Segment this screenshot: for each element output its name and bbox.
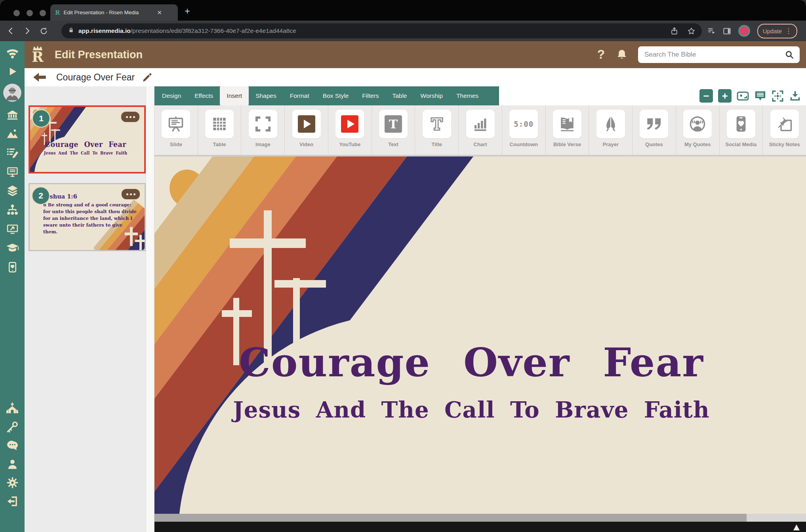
slide-thumbnail-1[interactable]: Courage Over Fear Jesus And The Call To …: [29, 105, 146, 174]
insert-table-button[interactable]: Table: [198, 105, 241, 155]
back-nav-icon[interactable]: [6, 27, 15, 35]
sidebar-item-education[interactable]: [6, 242, 19, 255]
search-input[interactable]: [644, 50, 785, 59]
insert-video-button[interactable]: Video: [284, 105, 328, 155]
triangle-up-icon[interactable]: [793, 524, 800, 530]
url-text[interactable]: app.risenmedia.io/presentations/edit/3f8…: [78, 27, 296, 34]
sidebar-item-messages[interactable]: [6, 439, 19, 452]
presentation-title: Courage Over Fear: [56, 72, 135, 83]
download-button[interactable]: [789, 90, 801, 102]
insert-countdown-button[interactable]: 5:00Countdown: [502, 105, 545, 155]
insert-chart-button[interactable]: Chart: [458, 105, 502, 155]
close-window-icon[interactable]: [13, 10, 20, 16]
address-bar[interactable]: app.risenmedia.io/presentations/edit/3f8…: [61, 23, 702, 38]
new-tab-button[interactable]: +: [185, 6, 190, 17]
tab-insert[interactable]: Insert: [220, 86, 249, 105]
app-header: R Edit Presentation ?: [25, 41, 806, 68]
zoom-out-button[interactable]: −: [699, 89, 713, 103]
panel-scrollbar[interactable]: [146, 86, 154, 532]
zoom-in-button[interactable]: +: [718, 89, 732, 103]
bible-search[interactable]: [638, 46, 800, 63]
insert-bible-verse-button[interactable]: Bible Verse: [545, 105, 589, 155]
back-arrow-icon[interactable]: [32, 70, 47, 84]
tab-effects[interactable]: Effects: [188, 86, 220, 105]
sidebar-item-layers[interactable]: [6, 185, 19, 197]
reading-list-icon[interactable]: [707, 27, 716, 35]
sidebar-item-giving[interactable]: [7, 261, 18, 273]
help-icon[interactable]: ?: [597, 48, 605, 62]
insert-label: Quotes: [645, 141, 663, 147]
horizontal-scrollbar[interactable]: [154, 514, 806, 522]
quotes-icon: [640, 110, 668, 138]
insert-label: Sticky Notes: [769, 141, 800, 147]
forward-nav-icon[interactable]: [23, 27, 32, 35]
reload-icon[interactable]: [40, 27, 48, 35]
sidebar-bottom: [6, 402, 19, 532]
sidebar-item-access[interactable]: [6, 421, 19, 433]
insert-social-media-button[interactable]: Social Media: [719, 105, 763, 155]
minimize-window-icon[interactable]: [27, 10, 33, 16]
slide-menu-button[interactable]: [120, 111, 140, 123]
pushpin-note-icon: [770, 110, 799, 138]
tab-themes[interactable]: Themes: [450, 86, 485, 105]
wifi-icon: [6, 46, 19, 59]
insert-title-button[interactable]: Title: [415, 105, 458, 155]
slide-menu-button[interactable]: [121, 188, 141, 200]
insert-image-button[interactable]: Image: [241, 105, 284, 155]
insert-quotes-button[interactable]: Quotes: [632, 105, 676, 155]
magnifier-icon[interactable]: [785, 50, 794, 59]
app-sidebar: [0, 41, 25, 532]
update-button[interactable]: Update ⋮: [757, 24, 797, 38]
slide-thumbnail-2[interactable]: Joshua 1:6 6 Be strong and of a good cou…: [29, 183, 146, 251]
insert-sticky-notes-button[interactable]: Sticky Notes: [762, 105, 806, 155]
tab-table[interactable]: Table: [385, 86, 413, 105]
scrollbar-thumb[interactable]: [154, 514, 747, 522]
insert-youtube-button[interactable]: YouTube: [328, 105, 372, 155]
sidebar-item-screen-share[interactable]: [6, 223, 19, 235]
sidebar-item-church[interactable]: [6, 402, 19, 414]
side-panel-icon[interactable]: [723, 27, 731, 35]
canvas-slide[interactable]: Courage Over Fear Jesus And The Call To …: [154, 156, 806, 514]
bookmark-star-icon[interactable]: [687, 27, 695, 35]
tab-design[interactable]: Design: [155, 86, 188, 105]
tab-format[interactable]: Format: [283, 86, 316, 105]
browser-tab-strip: R Edit Presentation - Risen Media ✕ +: [0, 0, 806, 21]
sidebar-item-settings[interactable]: [6, 477, 19, 489]
insert-my-quotes-button[interactable]: My Quotes: [676, 105, 719, 155]
sidebar-item-screens[interactable]: [6, 166, 19, 178]
share-icon[interactable]: [670, 27, 678, 35]
tab-worship[interactable]: Worship: [414, 86, 450, 105]
tab-box-style[interactable]: Box Style: [316, 86, 355, 105]
insert-text-button[interactable]: TText: [372, 105, 415, 155]
sidebar-item-account[interactable]: [6, 458, 19, 470]
insert-slide-button[interactable]: Slide: [154, 105, 198, 155]
sidebar-item-sign-out[interactable]: [6, 495, 19, 507]
ribbon-row: DesignEffectsInsertShapesFormatBox Style…: [154, 86, 806, 105]
tab-filters[interactable]: Filters: [355, 86, 385, 105]
comments-button[interactable]: [754, 90, 766, 102]
insert-prayer-button[interactable]: Prayer: [589, 105, 632, 155]
slide-title: Courage Over Fear: [37, 141, 134, 148]
browser-profile-avatar[interactable]: [738, 25, 750, 37]
tab-shapes[interactable]: Shapes: [249, 86, 283, 105]
bell-icon[interactable]: [616, 49, 628, 61]
sidebar-item-flows[interactable]: [6, 204, 19, 216]
close-tab-icon[interactable]: ✕: [157, 9, 162, 16]
window-controls[interactable]: [13, 10, 46, 16]
risen-crown-r-logo[interactable]: R: [32, 46, 44, 64]
presentation-view-button[interactable]: [737, 90, 749, 102]
sidebar-item-media[interactable]: [6, 128, 19, 140]
browser-tab[interactable]: R Edit Presentation - Risen Media ✕: [50, 4, 178, 21]
browser-menu-icon[interactable]: ⋮: [785, 27, 792, 35]
sidebar-item-campus[interactable]: [6, 109, 19, 121]
pencil-icon[interactable]: [142, 72, 152, 83]
sidebar-item-planning[interactable]: [6, 147, 19, 159]
sidebar-item-wifi[interactable]: [6, 46, 19, 59]
person-icon: [6, 458, 19, 470]
insert-toolbar: SlideTableImageVideoYouTubeTTextTitleCha…: [154, 105, 806, 155]
zoom-window-icon[interactable]: [40, 10, 46, 16]
sidebar-item-present[interactable]: [7, 66, 18, 77]
sidebar-item-profile-photo[interactable]: [3, 84, 21, 102]
slide-title: Courage Over Fear: [194, 343, 749, 382]
center-fit-button[interactable]: [772, 90, 784, 102]
